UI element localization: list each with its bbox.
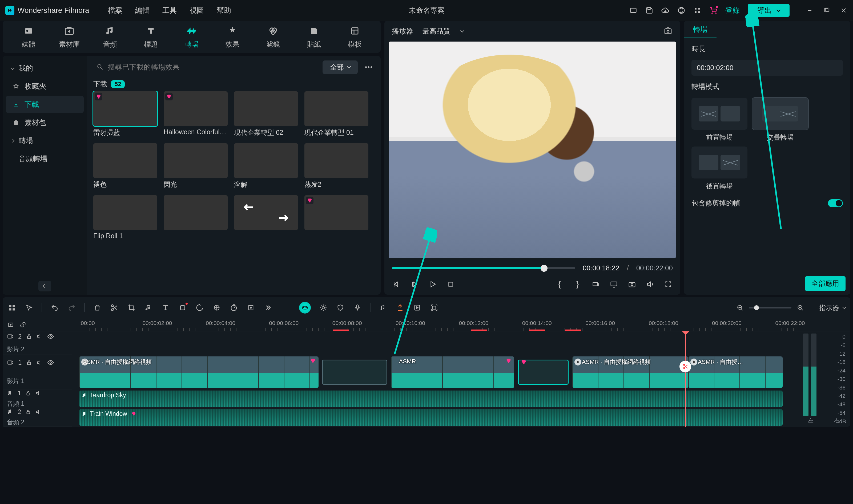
zoom-in-icon[interactable] [796,303,805,312]
step-back-icon[interactable] [410,280,419,289]
fit-icon[interactable] [430,303,439,312]
menu-file[interactable]: 檔案 [108,5,122,15]
transition-thumb[interactable] [234,195,298,240]
color-icon[interactable] [212,303,221,312]
zoom-out-icon[interactable] [735,303,745,312]
audio-clip[interactable]: Teardrop Sky [79,391,782,407]
transition-thumb[interactable] [164,195,228,240]
trim-toggle[interactable] [828,199,843,207]
lock-icon[interactable] [25,409,31,415]
mark-in-icon[interactable]: { [555,280,564,289]
tab-filter[interactable]: 濾鏡 [260,25,286,49]
tree-favorites[interactable]: 收藏夾 [6,78,84,95]
shield-icon[interactable] [336,303,345,312]
transition-thumb[interactable]: 褪色 [93,143,157,189]
tab-effect[interactable]: 效果 [219,25,246,49]
play-icon[interactable] [428,280,437,289]
mode-cross[interactable]: 交疊轉場 [752,98,808,142]
lock-icon[interactable] [25,390,31,396]
duration-input[interactable]: 00:00:02:00 [692,60,843,76]
transition-thumb[interactable]: Halloween Colorful T... [164,91,228,137]
speed-icon[interactable] [229,303,238,312]
text-icon[interactable] [161,303,170,312]
tree-audio-transition[interactable]: 音頻轉場 [6,150,84,167]
login-button[interactable]: 登錄 [725,5,740,15]
video-clip[interactable]: ASMR [391,356,514,388]
menu-view[interactable]: 視圖 [190,5,204,15]
tree-assetpack[interactable]: 素材包 [6,114,84,131]
transition-thumb[interactable]: Flip Roll 1 [93,195,157,240]
ai-button[interactable] [299,302,311,313]
support-icon[interactable] [677,6,685,14]
cloud-icon[interactable] [661,6,669,14]
tracks-area[interactable]: ASMR · 自由授權網絡視頻 ASMR ASMR · 自由授權網絡視頻 ASM… [72,331,797,427]
scrub-knob[interactable] [541,265,547,272]
fullscreen-icon[interactable] [664,280,673,289]
zoom-slider[interactable] [749,307,791,308]
menu-edit[interactable]: 編輯 [135,5,150,15]
audio-clip[interactable]: Train Window [79,409,782,426]
mark-out-icon[interactable]: } [573,280,582,289]
render-icon[interactable] [413,303,422,312]
beat-icon[interactable] [144,303,153,312]
tab-title[interactable]: 標題 [138,25,164,49]
snapshot-icon[interactable] [664,26,673,36]
save-icon[interactable] [645,6,654,14]
tab-stock[interactable]: 素材庫 [56,25,83,49]
menu-help[interactable]: 幫助 [217,5,231,15]
window-maximize-icon[interactable] [823,6,831,14]
sidebar-collapse-button[interactable] [38,281,51,291]
volume-icon[interactable] [646,280,655,289]
tab-audio[interactable]: 音頻 [97,25,123,49]
crop-icon[interactable] [127,303,136,312]
apps-icon[interactable] [693,6,701,14]
tl-cursor-icon[interactable] [24,303,34,312]
mode-post[interactable]: 後置轉場 [692,146,747,191]
tab-template[interactable]: 模板 [342,25,368,49]
transition-thumb[interactable]: 現代企業轉型 02 [234,91,298,137]
window-close-icon[interactable] [840,6,848,14]
track-add-icon[interactable] [7,321,14,328]
mute-icon[interactable] [35,409,41,415]
tree-section-transition[interactable]: 轉場 [6,132,84,149]
preview-viewport[interactable] [389,41,676,258]
link-icon[interactable] [19,321,27,328]
layout-icon[interactable] [629,6,637,14]
time-ruler[interactable]: :00:0000:00:02:0000:00:04:0000:00:06:000… [72,318,797,331]
audio-mix-icon[interactable] [379,303,387,312]
lock-icon[interactable] [26,359,32,366]
props-tab-transition[interactable]: 轉場 [684,21,716,38]
eye-icon[interactable] [47,359,54,366]
redo-icon[interactable] [67,303,76,312]
transition-thumb[interactable] [304,195,368,240]
clip-display-icon[interactable] [591,280,600,289]
transition-thumb[interactable]: 閃光 [164,143,228,189]
quality-dropdown[interactable]: 最高品質 [420,25,466,38]
transition-clip[interactable] [322,360,387,385]
window-minimize-icon[interactable] [805,6,814,14]
transition-thumb[interactable]: 現代企業轉型 01 [304,91,368,137]
transition-thumb[interactable]: 蒸发2 [304,143,368,189]
track-head-video1[interactable]: 1 影片 1 [3,355,72,390]
track-head-audio2[interactable]: 2 音頻 2 [3,408,72,427]
eye-icon[interactable] [47,333,54,340]
tree-downloads[interactable]: 下載 [6,96,84,113]
transition-thumb[interactable]: 溶解 [234,143,298,189]
split-icon[interactable] [110,303,119,312]
marker-icon[interactable] [396,303,405,312]
tl-apps-icon[interactable] [7,303,17,312]
prev-frame-icon[interactable] [392,280,401,289]
display-icon[interactable] [609,280,619,289]
track-head-video2[interactable]: 2 影片 2 [3,331,72,355]
video-clip[interactable]: ASMR · 自由授… [688,356,783,388]
split-handle[interactable] [679,361,691,373]
export-button[interactable]: 導出 [748,4,789,17]
stop-icon[interactable] [446,280,455,289]
transition-thumb[interactable]: 雷射掃藍 [93,91,157,137]
video-clip[interactable]: ASMR · 自由授權網絡視頻 [572,356,688,388]
more-options-button[interactable] [362,60,375,74]
mic-icon[interactable] [353,303,362,312]
menu-tools[interactable]: 工具 [162,5,177,15]
mute-icon[interactable] [36,333,43,340]
search-input[interactable]: 搜尋已下載的轉場效果 [92,62,318,72]
